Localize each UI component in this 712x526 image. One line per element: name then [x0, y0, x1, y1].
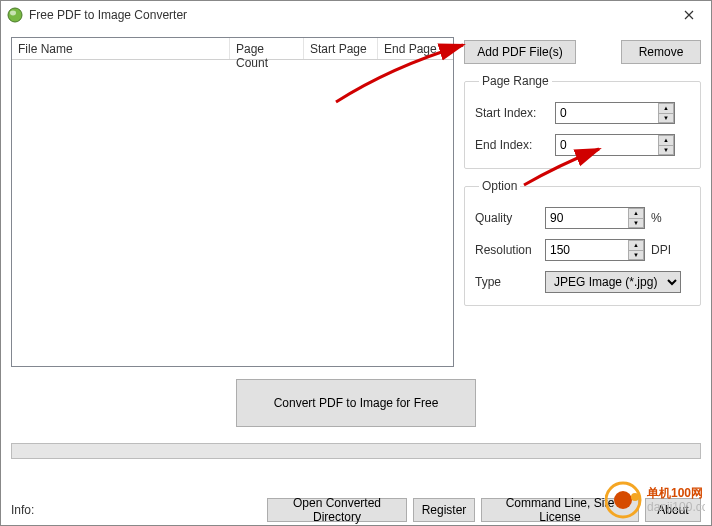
quality-unit: % [651, 211, 662, 225]
quality-spinner[interactable]: ▲▼ [545, 207, 645, 229]
progress-bar [11, 443, 701, 459]
end-index-spinner[interactable]: ▲▼ [555, 134, 675, 156]
file-list-grid[interactable]: File Name Page Count Start Page End Page [11, 37, 454, 367]
add-pdf-files-button[interactable]: Add PDF File(s) [464, 40, 576, 64]
col-filename[interactable]: File Name [12, 38, 230, 59]
convert-button[interactable]: Convert PDF to Image for Free [236, 379, 476, 427]
spin-down-icon[interactable]: ▼ [628, 250, 644, 261]
col-endpage[interactable]: End Page [378, 38, 453, 59]
spin-up-icon[interactable]: ▲ [658, 103, 674, 113]
spin-down-icon[interactable]: ▼ [658, 113, 674, 124]
svg-point-1 [10, 11, 16, 16]
col-pagecount[interactable]: Page Count [230, 38, 304, 59]
svg-point-0 [8, 8, 22, 22]
app-icon [7, 7, 23, 23]
page-range-legend: Page Range [479, 74, 552, 88]
type-label: Type [475, 275, 545, 289]
option-legend: Option [479, 179, 520, 193]
start-index-input[interactable] [555, 102, 675, 124]
start-index-spinner[interactable]: ▲▼ [555, 102, 675, 124]
close-button[interactable] [669, 1, 709, 29]
page-range-group: Page Range Start Index: ▲▼ End Index: ▲▼ [464, 74, 701, 169]
spin-down-icon[interactable]: ▼ [658, 145, 674, 156]
option-group: Option Quality ▲▼ % Resolution ▲▼ DPI [464, 179, 701, 306]
command-line-button[interactable]: Command Line, Site License [481, 498, 639, 522]
spin-up-icon[interactable]: ▲ [628, 240, 644, 250]
start-index-label: Start Index: [475, 106, 555, 120]
resolution-spinner[interactable]: ▲▼ [545, 239, 645, 261]
remove-button[interactable]: Remove [621, 40, 701, 64]
col-startpage[interactable]: Start Page [304, 38, 378, 59]
spin-down-icon[interactable]: ▼ [628, 218, 644, 229]
open-converted-directory-button[interactable]: Open Converted Directory [267, 498, 407, 522]
type-select[interactable]: JPEG Image (*.jpg) [545, 271, 681, 293]
register-button[interactable]: Register [413, 498, 475, 522]
end-index-label: End Index: [475, 138, 555, 152]
window-title: Free PDF to Image Converter [29, 8, 669, 22]
about-button[interactable]: About [645, 498, 701, 522]
end-index-input[interactable] [555, 134, 675, 156]
quality-label: Quality [475, 211, 545, 225]
resolution-label: Resolution [475, 243, 545, 257]
resolution-unit: DPI [651, 243, 671, 257]
spin-up-icon[interactable]: ▲ [658, 135, 674, 145]
spin-up-icon[interactable]: ▲ [628, 208, 644, 218]
info-label: Info: [11, 503, 261, 517]
grid-body [12, 60, 453, 362]
